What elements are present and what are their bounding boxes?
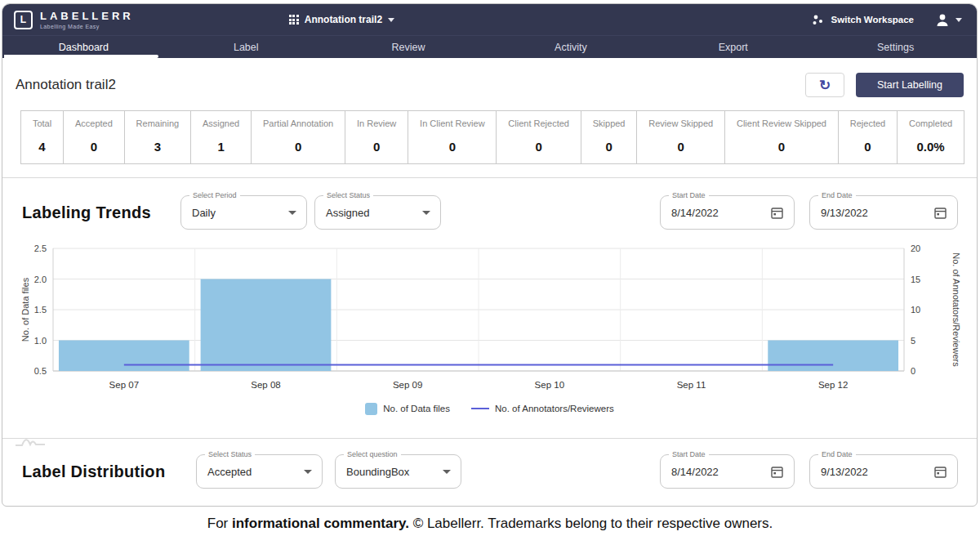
calendar-icon[interactable] bbox=[933, 465, 947, 479]
calendar-icon[interactable] bbox=[770, 206, 784, 220]
tab-review[interactable]: Review bbox=[327, 36, 490, 58]
end-date-value: 9/13/2022 bbox=[821, 207, 868, 219]
label-distribution-section: Label Distribution Select Status Accepte… bbox=[2, 439, 977, 491]
stat-value: 0 bbox=[506, 140, 571, 154]
labeling-trends-section: Labeling Trends Select Period Daily Sele… bbox=[2, 178, 977, 438]
svg-text:Sep 10: Sep 10 bbox=[535, 380, 564, 390]
chevron-down-icon bbox=[422, 211, 430, 215]
stat-card-partial-annotation: Partial Annotation0 bbox=[252, 111, 345, 163]
svg-text:20: 20 bbox=[911, 243, 920, 253]
stat-label: Completed bbox=[906, 118, 955, 128]
refresh-button[interactable]: ↻ bbox=[805, 73, 844, 97]
dist-end-date-field[interactable]: End Date 9/13/2022 bbox=[809, 454, 958, 489]
stat-value: 0 bbox=[417, 140, 487, 154]
dist-start-date-field[interactable]: Start Date 8/14/2022 bbox=[660, 454, 795, 489]
switch-workspace-label: Switch Workspace bbox=[831, 15, 914, 25]
svg-text:2.0: 2.0 bbox=[34, 275, 47, 284]
svg-text:Sep 07: Sep 07 bbox=[109, 380, 139, 390]
stat-card-client-rejected: Client Rejected0 bbox=[497, 111, 581, 163]
brand-logo: L LABELLERR Labelling Made Easy bbox=[14, 11, 134, 29]
svg-text:Sep 08: Sep 08 bbox=[251, 380, 280, 390]
switch-workspace-button[interactable]: Switch Workspace bbox=[812, 14, 914, 26]
chart-legend: No. of Data files No. of Annotators/Revi… bbox=[2, 400, 977, 417]
select-status-dropdown[interactable]: Select Status Assigned bbox=[314, 195, 441, 230]
tab-activity[interactable]: Activity bbox=[489, 36, 652, 58]
chevron-down-icon bbox=[956, 18, 962, 22]
stat-label: Total bbox=[30, 118, 54, 128]
footer-prefix: For bbox=[207, 516, 232, 531]
legend-item-datafiles[interactable]: No. of Data files bbox=[365, 403, 450, 415]
tab-label[interactable]: Label bbox=[165, 36, 327, 58]
stat-card-review-skipped: Review Skipped0 bbox=[637, 111, 725, 163]
user-avatar-icon bbox=[935, 13, 950, 27]
svg-text:0: 0 bbox=[911, 366, 915, 376]
line-swatch-icon bbox=[471, 408, 489, 409]
svg-text:10: 10 bbox=[911, 305, 920, 315]
project-switcher[interactable]: Annotation trail2 bbox=[289, 14, 394, 25]
stats-summary-row: Total4Accepted0Remaining3Assigned1Partia… bbox=[20, 110, 964, 164]
stat-label: Client Review Skipped bbox=[734, 118, 829, 128]
stat-label: Partial Annotation bbox=[261, 118, 336, 128]
select-question-dropdown[interactable]: Select question BoundingBox bbox=[335, 454, 461, 489]
stat-card-in-review: In Review0 bbox=[345, 111, 408, 163]
labellerr-logo-icon: L bbox=[14, 11, 33, 29]
calendar-icon[interactable] bbox=[933, 206, 947, 220]
select-period-dropdown[interactable]: Select Period Daily bbox=[180, 195, 307, 230]
stat-value: 4 bbox=[30, 140, 54, 154]
start-labelling-button[interactable]: Start Labelling bbox=[856, 73, 964, 97]
stat-value: 0 bbox=[646, 140, 715, 154]
stat-value: 0 bbox=[354, 140, 399, 154]
svg-text:1.5: 1.5 bbox=[34, 305, 47, 315]
bar-swatch-icon bbox=[365, 403, 377, 415]
stat-label: In Review bbox=[354, 118, 399, 128]
legend-label: No. of Annotators/Reviewers bbox=[495, 404, 614, 413]
calendar-icon[interactable] bbox=[770, 465, 784, 479]
svg-text:No. of Data files: No. of Data files bbox=[20, 277, 30, 342]
refresh-icon: ↻ bbox=[819, 77, 831, 94]
svg-text:15: 15 bbox=[911, 275, 920, 284]
dist-select-status-label: Select Status bbox=[205, 449, 255, 459]
dist-select-status-dropdown[interactable]: Select Status Accepted bbox=[196, 454, 323, 489]
dist-select-status-value: Accepted bbox=[207, 466, 252, 478]
chevron-down-icon bbox=[304, 470, 312, 474]
tab-dashboard[interactable]: Dashboard bbox=[2, 36, 165, 58]
svg-text:Sep 12: Sep 12 bbox=[818, 380, 848, 390]
tab-export[interactable]: Export bbox=[652, 36, 814, 58]
legend-item-annotators[interactable]: No. of Annotators/Reviewers bbox=[471, 404, 614, 413]
stat-card-accepted: Accepted0 bbox=[64, 111, 125, 163]
apps-grid-icon bbox=[289, 15, 299, 25]
stat-value: 0 bbox=[734, 140, 829, 154]
start-date-field[interactable]: Start Date 8/14/2022 bbox=[660, 195, 795, 230]
main-nav: Dashboard Label Review Activity Export S… bbox=[2, 35, 977, 58]
stat-label: In Client Review bbox=[417, 118, 487, 128]
svg-text:1.0: 1.0 bbox=[34, 336, 47, 346]
select-period-label: Select Period bbox=[189, 190, 240, 200]
stat-value: 0 bbox=[73, 140, 115, 154]
stat-card-in-client-review: In Client Review0 bbox=[408, 111, 497, 163]
top-bar: L LABELLERR Labelling Made Easy Annotati… bbox=[2, 4, 977, 35]
stat-label: Client Rejected bbox=[506, 118, 571, 128]
page-title: Annotation trail2 bbox=[16, 77, 116, 93]
tab-settings[interactable]: Settings bbox=[814, 36, 977, 58]
stat-value: 0 bbox=[590, 140, 628, 154]
stat-card-skipped: Skipped0 bbox=[581, 111, 638, 163]
stat-card-client-review-skipped: Client Review Skipped0 bbox=[725, 111, 839, 163]
select-period-value: Daily bbox=[192, 207, 216, 219]
workspace-dots-icon bbox=[812, 14, 825, 26]
stat-card-remaining: Remaining3 bbox=[125, 111, 191, 163]
chevron-down-icon bbox=[388, 18, 394, 22]
labeling-trends-heading: Labeling Trends bbox=[22, 203, 180, 222]
account-menu[interactable] bbox=[935, 13, 962, 27]
stat-label: Assigned bbox=[200, 118, 242, 128]
select-status-label: Select Status bbox=[323, 190, 373, 200]
svg-text:2.5: 2.5 bbox=[34, 243, 47, 253]
watermark-squiggle-icon bbox=[14, 431, 51, 449]
stat-label: Skipped bbox=[590, 118, 628, 128]
end-date-field[interactable]: End Date 9/13/2022 bbox=[809, 195, 958, 230]
footer-rest: © Labellerr. Trademarks belong to their … bbox=[409, 516, 773, 531]
stat-card-total: Total4 bbox=[21, 111, 64, 163]
end-date-label: End Date bbox=[818, 190, 856, 200]
legend-label: No. of Data files bbox=[383, 404, 450, 413]
stat-label: Remaining bbox=[134, 118, 181, 128]
select-question-label: Select question bbox=[344, 449, 401, 459]
